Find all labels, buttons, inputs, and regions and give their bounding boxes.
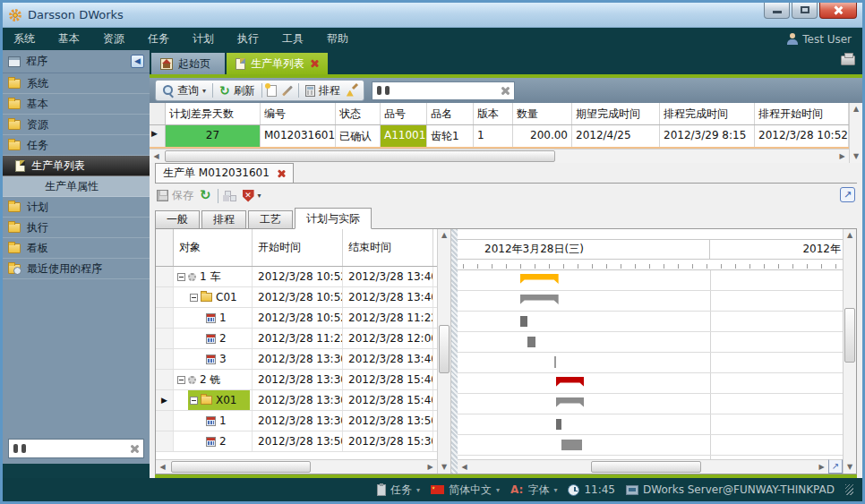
gantt-bar[interactable] <box>556 377 585 387</box>
gantt-bar[interactable] <box>520 295 559 304</box>
status-font-menu[interactable]: A: 字体 ▾ <box>510 483 557 498</box>
sidebar-item-production-order-list[interactable]: 生产单列表 <box>3 156 150 176</box>
col-start-time[interactable]: 开始时间 <box>253 229 343 266</box>
detail-doc-tab[interactable]: 生产单 M012031601 <box>155 163 294 183</box>
tab-production-order-list[interactable]: 生产单列表 <box>227 53 328 74</box>
gantt-bar[interactable] <box>527 337 535 347</box>
scroll-down-arrow[interactable] <box>844 461 857 474</box>
col-plan-diff-days[interactable]: 计划差异天数 <box>166 103 261 124</box>
tab-home[interactable]: 起始页 <box>151 53 225 74</box>
menu-item-plan[interactable]: 计划 <box>193 31 214 47</box>
gantt-expand-icon[interactable]: ↗ <box>828 459 843 474</box>
col-code[interactable]: 编号 <box>261 103 336 124</box>
save-button[interactable]: 保存 <box>157 188 193 203</box>
resize-grip[interactable] <box>845 484 853 495</box>
collapse-toggle-icon[interactable] <box>177 376 185 384</box>
split-handle[interactable] <box>451 229 458 474</box>
col-end-time[interactable]: 结束时间 <box>343 229 433 266</box>
tab-schedule[interactable]: 排程 <box>201 210 246 229</box>
scroll-thumb[interactable] <box>165 150 555 162</box>
menu-item-execute[interactable]: 执行 <box>237 31 259 47</box>
col-expect-finish[interactable]: 期望完成时间 <box>572 103 660 124</box>
current-user[interactable]: Test User <box>787 33 852 46</box>
collapse-toggle-icon[interactable] <box>190 294 198 302</box>
sidebar-item-production-order-props[interactable]: 生产单属性 <box>3 176 150 197</box>
col-sched-finish[interactable]: 排程完成时间 <box>660 103 755 124</box>
col-status[interactable]: 状态 <box>336 103 381 124</box>
gantt-bar[interactable] <box>520 316 527 327</box>
menu-item-basic[interactable]: 基本 <box>58 31 80 47</box>
gantt-bar[interactable] <box>554 356 557 368</box>
collapse-toggle-icon[interactable] <box>190 397 198 405</box>
col-version[interactable]: 版本 <box>474 103 513 124</box>
close-tab-icon[interactable] <box>310 59 319 68</box>
minimize-button[interactable] <box>764 3 790 19</box>
col-sched-start[interactable]: 排程开始时间 <box>755 103 849 124</box>
scroll-left-arrow[interactable] <box>458 461 471 474</box>
menu-item-help[interactable]: 帮助 <box>327 31 348 47</box>
tree-row[interactable]: 1 车 2012/3/28 10:52 2012/3/28 13:40 <box>156 267 437 287</box>
close-doc-icon[interactable] <box>277 169 286 178</box>
relations-icon[interactable] <box>225 191 236 201</box>
sidebar-item-task[interactable]: 任务 <box>3 135 150 156</box>
cell-item-name[interactable]: 齿轮1 <box>427 125 474 147</box>
scroll-left-arrow[interactable] <box>150 150 163 163</box>
cell-sched-start[interactable]: 2012/3/28 10:52 <box>755 125 849 147</box>
scroll-down-arrow[interactable] <box>850 150 863 163</box>
cell-code[interactable]: M012031601 <box>261 125 336 147</box>
col-qty[interactable]: 数量 <box>513 103 572 124</box>
scroll-thumb[interactable] <box>591 461 701 473</box>
sidebar-item-system[interactable]: 系统 <box>3 73 150 94</box>
scroll-up-arrow[interactable] <box>438 229 451 242</box>
sidebar-item-basic[interactable]: 基本 <box>3 94 150 115</box>
gantt-bar[interactable] <box>556 397 585 407</box>
scroll-left-arrow[interactable] <box>156 461 169 474</box>
edit-icon[interactable] <box>282 85 293 96</box>
clear-search-icon[interactable] <box>129 444 139 454</box>
schedule-button[interactable]: 排程 <box>304 83 342 98</box>
sidebar-item-recent-programs[interactable]: 最近使用的程序 <box>3 259 150 279</box>
tab-process[interactable]: 工艺 <box>248 210 293 229</box>
tree-row[interactable]: C01 2012/3/28 10:52 2012/3/28 13:40 <box>156 287 437 308</box>
sidebar-item-plan[interactable]: 计划 <box>3 197 150 218</box>
gantt-bar[interactable] <box>520 274 559 284</box>
menu-item-resource[interactable]: 资源 <box>103 31 124 47</box>
tree-row[interactable]: 2 铣 2012/3/28 13:30 2012/3/28 15:40 <box>156 370 437 390</box>
tree-row[interactable]: 3 2012/3/28 13:30 2012/3/28 13:40 <box>156 349 437 370</box>
clear-search-icon[interactable] <box>500 86 510 96</box>
cell-expect-finish[interactable]: 2012/4/25 <box>572 125 660 147</box>
printer-icon[interactable] <box>841 56 855 65</box>
tree-row[interactable]: 2 2012/3/28 13:50 2012/3/28 15:30 <box>156 431 437 452</box>
tree-row-selected[interactable]: X01 2012/3/28 13:30 2012/3/28 15:40 <box>156 390 437 411</box>
menu-item-system[interactable]: 系统 <box>13 31 35 47</box>
status-language-menu[interactable]: 简体中文 ▾ <box>431 483 500 498</box>
menu-item-task[interactable]: 任务 <box>148 31 169 47</box>
query-button[interactable]: 查询 ▾ <box>161 83 208 98</box>
cell-plan-diff-days[interactable]: 27 <box>166 125 261 147</box>
gantt-bar[interactable] <box>561 440 583 450</box>
status-task-menu[interactable]: 任务 ▾ <box>377 483 420 498</box>
scroll-up-arrow[interactable] <box>850 103 863 115</box>
cell-version[interactable]: 1 <box>474 125 513 147</box>
collapse-toggle-icon[interactable] <box>177 273 185 281</box>
sidebar-item-resource[interactable]: 资源 <box>3 115 150 135</box>
col-item-no[interactable]: 品号 <box>381 103 427 124</box>
tree-row[interactable]: 1 2012/3/28 10:52 2012/3/28 11:22 <box>156 308 437 329</box>
clear-icon[interactable] <box>347 85 358 97</box>
scroll-right-arrow[interactable] <box>424 461 437 474</box>
sidebar-item-kanban[interactable]: 看板 <box>3 238 150 259</box>
col-object[interactable]: 对象 <box>174 229 253 266</box>
tree-row[interactable]: 2 2012/3/28 11:22 2012/3/28 12:00 <box>156 329 437 349</box>
scroll-up-arrow[interactable] <box>844 229 857 242</box>
grid-search-input[interactable] <box>393 84 496 97</box>
tab-plan-vs-actual[interactable]: 计划与实际 <box>295 208 372 229</box>
scroll-right-arrow[interactable] <box>835 150 849 163</box>
cell-status[interactable]: 已确认 <box>336 125 381 147</box>
grid-data-row[interactable]: 27 M012031601 已确认 A11001 齿轮1 1 200.00 20… <box>150 125 849 149</box>
cell-qty[interactable]: 200.00 <box>513 125 572 147</box>
tab-general[interactable]: 一般 <box>155 210 200 229</box>
scroll-down-arrow[interactable] <box>438 461 451 474</box>
tree-row[interactable]: 1 2012/3/28 13:30 2012/3/28 13:50 <box>156 411 437 431</box>
scroll-thumb[interactable] <box>171 461 311 473</box>
close-button[interactable] <box>819 3 857 19</box>
